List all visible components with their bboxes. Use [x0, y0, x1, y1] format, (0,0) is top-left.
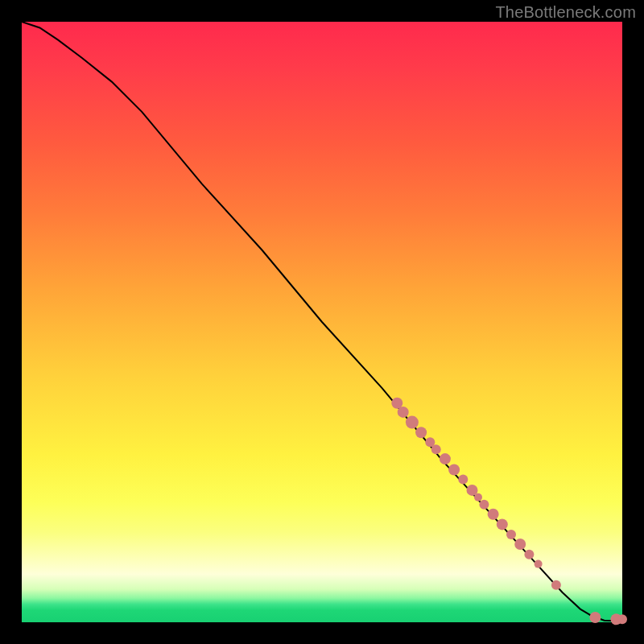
- data-point: [497, 518, 508, 530]
- data-point: [415, 427, 427, 438]
- data-point: [524, 550, 534, 559]
- data-point: [398, 407, 409, 418]
- chart-frame: TheBottleneck.com: [0, 0, 644, 644]
- data-point: [488, 509, 499, 520]
- data-point: [535, 560, 543, 568]
- data-point: [458, 475, 468, 485]
- data-point: [514, 539, 526, 550]
- data-point: [617, 614, 627, 624]
- data-point: [448, 464, 460, 476]
- data-point: [506, 530, 516, 539]
- watermark-text: TheBottleneck.com: [495, 3, 636, 22]
- data-point: [431, 444, 441, 454]
- points-group: [391, 398, 627, 625]
- data-point: [551, 580, 561, 590]
- data-point: [406, 416, 419, 429]
- data-point: [479, 500, 489, 510]
- curve-path: [22, 22, 622, 621]
- data-point: [440, 453, 451, 464]
- chart-svg: [22, 22, 622, 622]
- data-point: [589, 612, 601, 623]
- plot-area: [22, 22, 622, 622]
- data-point: [474, 493, 482, 502]
